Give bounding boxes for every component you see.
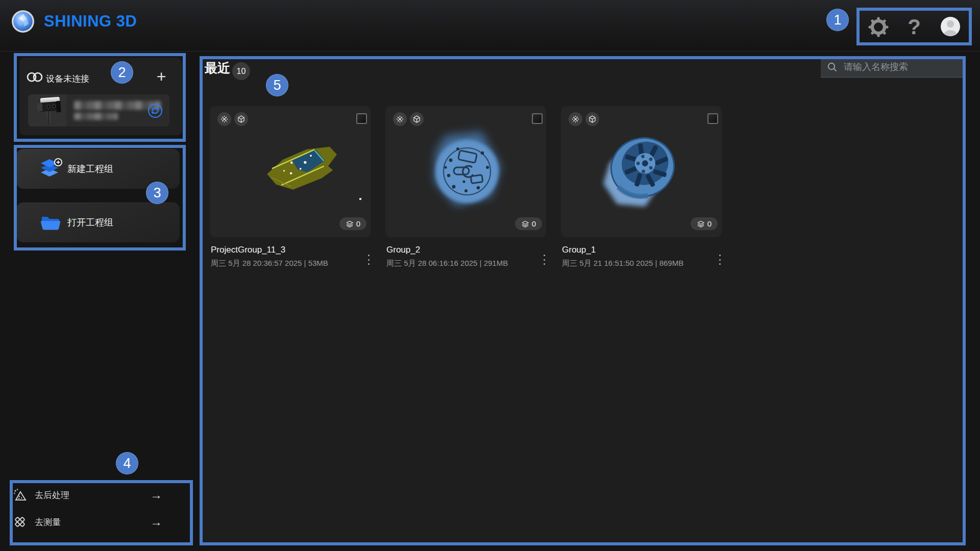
app-window: SHINING 3D ? bbox=[0, 0, 980, 551]
annotation-number-3: 3 bbox=[146, 182, 168, 204]
annotation-number-5: 5 bbox=[266, 74, 288, 96]
annotation-box-5 bbox=[200, 56, 966, 545]
annotation-number-2: 2 bbox=[111, 61, 133, 84]
annotation-box-4 bbox=[10, 480, 193, 545]
brand: SHINING 3D bbox=[11, 10, 137, 33]
annotation-number-4: 4 bbox=[116, 452, 138, 474]
annotation-box-1 bbox=[856, 8, 972, 45]
brand-name: SHINING 3D bbox=[44, 12, 137, 31]
top-bar-divider bbox=[0, 51, 980, 52]
annotation-box-2 bbox=[14, 53, 186, 142]
shining3d-logo-icon bbox=[11, 10, 35, 33]
annotation-number-1: 1 bbox=[826, 9, 849, 31]
